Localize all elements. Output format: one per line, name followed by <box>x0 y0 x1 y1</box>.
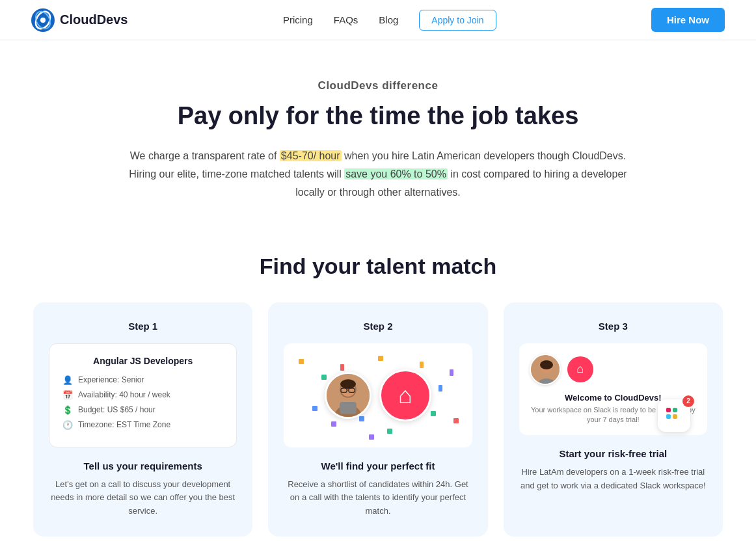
steps-grid: Step 1 Angular JS Developers 👤 Experienc… <box>33 302 723 537</box>
confetti-piece <box>378 356 383 361</box>
timezone-icon: 🕐 <box>62 420 73 430</box>
step-1-desc-title: Tell us your requirements <box>84 460 202 472</box>
confetti-piece <box>450 369 453 376</box>
confetti-piece <box>453 418 459 423</box>
svg-rect-12 <box>340 402 357 414</box>
step-2-avatars: ⌂ <box>325 369 431 421</box>
confetti-piece <box>420 362 424 368</box>
experience-icon: 👤 <box>62 375 73 385</box>
logo: CloudDevs <box>31 8 128 32</box>
confetti-piece <box>431 411 436 416</box>
airbnb-icon: ⌂ <box>398 382 412 409</box>
step-1-detail-timezone: 🕐 Timezone: EST Time Zone <box>62 420 223 430</box>
step-1-detail-availability: 📅 Availability: 40 hour / week <box>62 390 223 400</box>
svg-rect-18 <box>666 414 671 419</box>
savings-highlight: save you 60% to 50% <box>344 168 448 179</box>
talent-section: Find your talent match Step 1 Angular JS… <box>0 221 756 558</box>
confetti-piece <box>312 406 317 411</box>
step-3-desc-title: Start your risk-free trial <box>559 448 667 459</box>
step-3-inner: ⌂ 2 Welcome to CloudDev <box>519 343 707 436</box>
availability-text: Availability: 40 hour / week <box>78 390 170 399</box>
step-1-detail-experience: 👤 Experience: Senior <box>62 375 223 385</box>
step-2-label: Step 2 <box>363 321 392 332</box>
step-1-desc-text: Let's get on a call to discuss your deve… <box>49 478 237 518</box>
step-3-slack-badge: 2 <box>658 399 690 432</box>
step-3-person-avatar <box>530 354 561 385</box>
svg-point-15 <box>540 360 553 369</box>
hire-now-button[interactable]: Hire Now <box>651 8 725 32</box>
step-2-desc-text: Receive a shortlist of candidates within… <box>284 478 472 518</box>
step-3-card: Step 3 ⌂ <box>504 302 723 537</box>
hero-desc-before: We charge a transparent rate of <box>130 150 280 161</box>
confetti-piece <box>439 385 442 392</box>
budget-icon: 💲 <box>62 405 73 415</box>
slack-icon <box>664 405 684 426</box>
step-2-inner: ⌂ <box>284 343 472 447</box>
apply-to-join-button[interactable]: Apply to Join <box>419 10 496 31</box>
hero-description: We charge a transparent rate of $45-70/ … <box>124 147 632 202</box>
budget-text: Budget: US $65 / hour <box>78 405 155 414</box>
step-1-search-title: Angular JS Developers <box>62 356 223 366</box>
step-3-airbnb-logo: ⌂ <box>567 356 593 382</box>
step-2-card: Step 2 <box>268 302 487 537</box>
nav-links: Pricing FAQs Blog Apply to Join <box>283 10 496 31</box>
svg-rect-19 <box>673 408 677 412</box>
svg-point-11 <box>340 379 356 389</box>
hero-title: Pay only for the time the job takes <box>65 101 691 131</box>
logo-text: CloudDevs <box>60 12 128 27</box>
confetti-piece <box>299 359 304 364</box>
person-silhouette <box>327 372 370 419</box>
experience-text: Experience: Senior <box>78 375 144 384</box>
nav-link-blog[interactable]: Blog <box>379 14 398 25</box>
svg-rect-17 <box>666 408 671 412</box>
step-1-label: Step 1 <box>128 321 157 332</box>
step-3-desc-text: Hire LatAm developers on a 1-week risk-f… <box>519 466 707 493</box>
nav-link-pricing[interactable]: Pricing <box>283 14 313 25</box>
step-1-detail-budget: 💲 Budget: US $65 / hour <box>62 405 223 415</box>
step-3-avatars-row: ⌂ <box>530 354 697 385</box>
logo-icon <box>31 8 55 32</box>
step-1-card: Step 1 Angular JS Developers 👤 Experienc… <box>33 302 252 537</box>
confetti-piece <box>387 429 392 434</box>
step-2-airbnb-logo: ⌂ <box>379 369 431 421</box>
nav-link-faqs[interactable]: FAQs <box>334 14 358 25</box>
svg-point-3 <box>40 18 46 23</box>
step3-person-svg <box>531 355 561 385</box>
notification-badge: 2 <box>682 395 694 407</box>
step-3-label: Step 3 <box>599 321 628 332</box>
talent-title: Find your talent match <box>31 254 725 279</box>
navbar: CloudDevs Pricing FAQs Blog Apply to Joi… <box>0 0 756 40</box>
timezone-text: Timezone: EST Time Zone <box>78 420 170 429</box>
confetti-piece <box>369 434 374 440</box>
svg-rect-20 <box>673 414 677 419</box>
rate-highlight: $45-70/ hour <box>280 150 342 161</box>
hero-section: CloudDevs difference Pay only for the ti… <box>0 40 756 221</box>
availability-icon: 📅 <box>62 390 73 400</box>
step-2-desc-title: We'll find your perfect fit <box>321 460 435 472</box>
confetti-piece <box>331 421 336 427</box>
step-1-inner: Angular JS Developers 👤 Experience: Seni… <box>49 343 237 447</box>
step-2-person-avatar <box>325 372 371 419</box>
airbnb-small-icon: ⌂ <box>576 362 584 376</box>
hero-subtitle: CloudDevs difference <box>65 79 691 92</box>
